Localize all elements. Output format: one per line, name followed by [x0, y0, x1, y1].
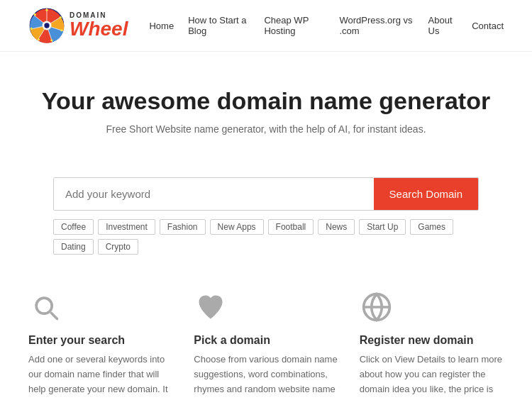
tag-investment[interactable]: Investment — [98, 219, 155, 235]
globe-icon — [360, 290, 394, 324]
tag-start-up[interactable]: Start Up — [359, 219, 406, 235]
nav-item-home[interactable]: Home — [149, 21, 174, 31]
logo-text: DOMAIN Wheel — [70, 12, 128, 39]
svg-point-16 — [34, 13, 36, 16]
svg-point-12 — [60, 29, 62, 31]
feature-pick: Pick a domain Choose from various domain… — [194, 290, 338, 400]
feature-title-search: Enter your search — [28, 334, 172, 347]
feature-register: Register new domain Click on View Detail… — [360, 290, 504, 400]
tag-dating[interactable]: Dating — [53, 239, 94, 255]
feature-title-register: Register new domain — [360, 334, 504, 347]
search-button[interactable]: Search Domain — [374, 178, 478, 210]
tag-coffee[interactable]: Coffee — [53, 219, 94, 235]
hero-subtitle: Free Short Website name generator, with … — [28, 123, 504, 135]
heart-icon — [194, 290, 228, 324]
tag-new-apps[interactable]: New Apps — [210, 219, 264, 235]
feature-desc-search: Add one or several keywords into our dom… — [28, 352, 172, 400]
nav-item-how-to-start[interactable]: How to Start a Blog — [188, 15, 250, 36]
feature-search: Enter your search Add one or several key… — [28, 290, 172, 400]
features-section: Enter your search Add one or several key… — [0, 290, 532, 400]
tag-football[interactable]: Football — [268, 219, 314, 235]
svg-point-15 — [31, 28, 33, 30]
svg-point-13 — [50, 39, 52, 41]
svg-point-9 — [44, 23, 49, 28]
search-input[interactable] — [54, 178, 374, 210]
nav-item-wp-vs[interactable]: WordPress.org vs .com — [339, 15, 414, 36]
tag-news[interactable]: News — [318, 219, 355, 235]
svg-point-11 — [60, 16, 62, 18]
nav-item-cheap-hosting[interactable]: Cheap WP Hosting — [264, 15, 325, 36]
nav-item-about[interactable]: About Us — [428, 15, 458, 36]
svg-point-10 — [45, 9, 48, 11]
feature-title-pick: Pick a domain — [194, 334, 338, 347]
main-nav: HomeHow to Start a BlogCheap WP HostingW… — [149, 15, 504, 36]
hero-title: Your awesome domain name generator — [28, 87, 504, 115]
logo-wheel-label: Wheel — [70, 19, 128, 39]
tag-crypto[interactable]: Crypto — [98, 239, 138, 255]
keyword-tags: CoffeeInvestmentFashionNew AppsFootballN… — [25, 219, 507, 255]
logo-wheel-icon — [28, 7, 65, 44]
tag-fashion[interactable]: Fashion — [160, 219, 206, 235]
svg-point-14 — [38, 38, 40, 40]
search-box: Search Domain — [53, 177, 479, 211]
nav-item-contact[interactable]: Contact — [472, 21, 504, 31]
feature-desc-pick: Choose from various domain name suggesti… — [194, 352, 338, 400]
header: DOMAIN Wheel HomeHow to Start a BlogChea… — [0, 0, 532, 52]
feature-desc-register: Click on View Details to learn more abou… — [360, 352, 504, 400]
search-icon — [28, 290, 62, 324]
search-area: Search Domain — [25, 177, 507, 211]
hero-section: Your awesome domain name generator Free … — [0, 52, 532, 156]
logo: DOMAIN Wheel — [28, 7, 128, 44]
tag-games[interactable]: Games — [410, 219, 453, 235]
